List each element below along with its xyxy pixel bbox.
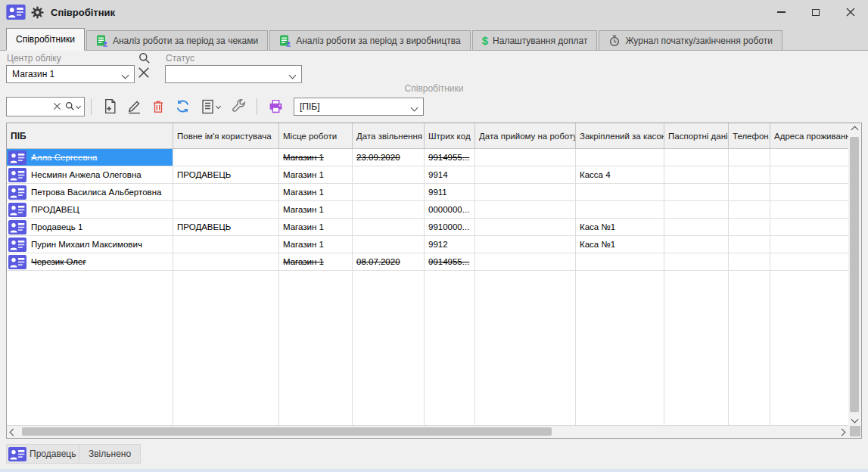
table-cell[interactable] xyxy=(475,184,576,201)
scroll-left-button[interactable] xyxy=(7,426,20,438)
employee-name-cell[interactable]: ПРОДАВЕЦ xyxy=(7,201,173,219)
table-cell[interactable] xyxy=(664,166,729,184)
table-cell[interactable] xyxy=(475,236,576,253)
column-header[interactable]: Штрих код xyxy=(425,123,475,148)
table-cell[interactable] xyxy=(475,253,576,271)
employee-name-cell[interactable]: Петрова Василиса Альбертовна xyxy=(7,184,173,201)
table-cell[interactable] xyxy=(173,236,279,253)
table-cell[interactable]: 9911 xyxy=(425,184,475,201)
table-cell[interactable] xyxy=(173,149,279,166)
table-cell[interactable] xyxy=(353,166,425,184)
table-cell[interactable]: Магазин 1 xyxy=(279,184,353,201)
column-header[interactable]: Паспортні дані xyxy=(664,123,729,148)
center-obliku-select[interactable]: Магазин 1 xyxy=(6,65,135,83)
table-cell[interactable]: 9912 xyxy=(425,236,475,253)
table-cell[interactable] xyxy=(353,184,425,201)
table-cell[interactable] xyxy=(173,201,279,219)
employee-name-cell[interactable]: Черезик Олег xyxy=(7,253,173,271)
column-header[interactable]: Адреса проживання xyxy=(770,123,848,148)
scroll-right-button[interactable] xyxy=(835,426,848,438)
add-record-button[interactable] xyxy=(100,97,120,116)
tab-analysis-by-receipts[interactable]: Аналіз роботи за період за чеками xyxy=(86,30,268,50)
clear-filter-icon[interactable] xyxy=(138,67,150,79)
table-cell[interactable] xyxy=(729,184,770,201)
legend-seller-chip[interactable]: Продавець xyxy=(6,444,86,464)
table-cell[interactable] xyxy=(353,236,425,253)
column-header[interactable]: Дата звільнення xyxy=(353,123,425,148)
table-row[interactable]: Черезик ОлегМагазин 108.07.20209914955..… xyxy=(7,253,848,271)
table-cell[interactable] xyxy=(576,184,664,201)
employee-name-cell[interactable]: Алла Сергеевна xyxy=(7,149,173,166)
table-cell[interactable]: Магазин 1 xyxy=(279,201,353,219)
close-button[interactable] xyxy=(833,0,868,24)
table-cell[interactable] xyxy=(664,236,729,253)
tab-analysis-by-production[interactable]: Аналіз роботи за період з виробництва xyxy=(269,30,471,50)
column-header[interactable]: ПІБ xyxy=(7,123,173,148)
hscroll-track[interactable] xyxy=(20,426,835,438)
table-cell[interactable] xyxy=(664,201,729,219)
table-row[interactable]: Продавець 1ПРОДАВЕЦЬМагазин 19910000...К… xyxy=(7,219,848,236)
vertical-scrollbar[interactable] xyxy=(848,123,861,425)
column-header[interactable]: Телефон xyxy=(729,123,770,148)
clear-search-icon[interactable] xyxy=(53,102,61,110)
search-icon[interactable] xyxy=(138,52,151,64)
table-cell[interactable] xyxy=(729,253,770,271)
table-cell[interactable]: Магазин 1 xyxy=(279,219,353,236)
table-cell[interactable] xyxy=(729,219,770,236)
table-cell[interactable]: ПРОДАВЕЦЬ xyxy=(173,219,279,236)
minimize-button[interactable] xyxy=(764,0,798,24)
table-cell[interactable]: Касса 4 xyxy=(576,166,664,184)
table-cell[interactable] xyxy=(576,149,664,166)
tab-work-journal[interactable]: Журнал початку/закінчення роботи xyxy=(599,30,782,50)
table-cell[interactable]: 9910000... xyxy=(425,219,475,236)
table-cell[interactable]: Магазин 1 xyxy=(279,166,353,184)
table-cell[interactable] xyxy=(173,253,279,271)
scroll-up-button[interactable] xyxy=(848,123,861,135)
table-cell[interactable] xyxy=(770,219,848,236)
employee-name-cell[interactable]: Продавець 1 xyxy=(7,219,173,236)
table-cell[interactable] xyxy=(475,166,576,184)
hscroll-thumb[interactable] xyxy=(22,427,552,436)
table-cell[interactable] xyxy=(729,236,770,253)
tab-surcharge-settings[interactable]: $ Налаштування доплат xyxy=(472,30,598,50)
scroll-down-button[interactable] xyxy=(848,413,861,425)
table-cell[interactable] xyxy=(729,149,770,166)
table-cell[interactable] xyxy=(770,166,848,184)
table-row[interactable]: Петрова Василиса АльбертовнаМагазин 1991… xyxy=(7,184,848,201)
delete-record-button[interactable] xyxy=(148,97,168,116)
table-cell[interactable]: 9914955... xyxy=(425,149,475,166)
toolbar-search[interactable] xyxy=(6,97,85,116)
column-header[interactable]: Місце роботи xyxy=(279,123,353,148)
print-button[interactable] xyxy=(266,97,285,116)
table-cell[interactable] xyxy=(729,166,770,184)
table-cell[interactable] xyxy=(475,201,576,219)
settings-button[interactable] xyxy=(229,97,248,116)
table-cell[interactable] xyxy=(664,219,729,236)
table-row[interactable]: ПРОДАВЕЦМагазин 10000000... xyxy=(7,201,848,219)
table-cell[interactable]: Каса №1 xyxy=(576,219,664,236)
column-header[interactable]: Дата прийому на роботу xyxy=(475,123,576,148)
table-cell[interactable] xyxy=(475,149,576,166)
table-cell[interactable] xyxy=(770,201,848,219)
column-header[interactable]: Закріплений за касою xyxy=(576,123,664,148)
table-cell[interactable] xyxy=(770,184,848,201)
table-cell[interactable] xyxy=(729,201,770,219)
table-cell[interactable]: Магазин 1 xyxy=(279,253,353,271)
table-cell[interactable] xyxy=(353,201,425,219)
table-cell[interactable]: Магазин 1 xyxy=(279,149,353,166)
table-cell[interactable] xyxy=(770,149,848,166)
maximize-button[interactable] xyxy=(798,0,833,24)
field-selector-combo[interactable]: [ПІБ] xyxy=(294,98,424,116)
table-cell[interactable]: 0000000... xyxy=(425,201,475,219)
edit-record-button[interactable] xyxy=(124,97,144,116)
table-cell[interactable]: 08.07.2020 xyxy=(353,253,425,271)
table-cell[interactable]: 23.09.2020 xyxy=(353,149,425,166)
table-cell[interactable] xyxy=(664,149,729,166)
table-row[interactable]: Несмиян Анжела ОлеговнаПРОДАВЕЦЬМагазин … xyxy=(7,166,848,184)
table-cell[interactable]: Каса №1 xyxy=(576,236,664,253)
table-cell[interactable] xyxy=(770,236,848,253)
table-cell[interactable] xyxy=(353,219,425,236)
table-cell[interactable] xyxy=(173,184,279,201)
table-cell[interactable] xyxy=(664,253,729,271)
table-cell[interactable] xyxy=(770,253,848,271)
